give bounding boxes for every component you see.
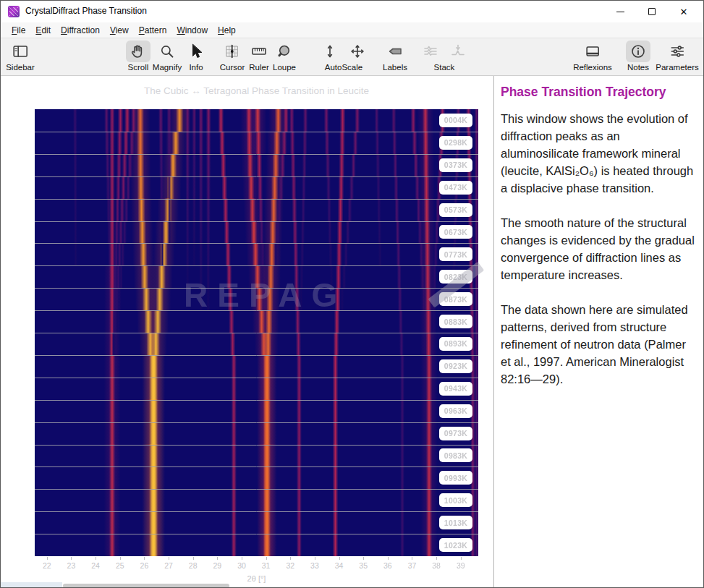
toolbar: SidebarScrollMagnifyInfoCursorRulerLoupe… bbox=[1, 38, 703, 76]
app-icon bbox=[8, 6, 20, 17]
hand-icon bbox=[126, 41, 150, 62]
x-tick-label: 36 bbox=[383, 561, 392, 570]
temperature-label: 0943K bbox=[439, 382, 472, 396]
maximize-icon bbox=[648, 8, 656, 15]
temperature-label: 1023K bbox=[439, 538, 472, 552]
maximize-button[interactable] bbox=[637, 1, 667, 22]
x-tick bbox=[193, 557, 194, 560]
x-tick-label: 22 bbox=[43, 561, 51, 570]
x-tick-label: 30 bbox=[237, 561, 246, 570]
x-tick-label: 27 bbox=[164, 561, 173, 570]
temperature-label: 0298K bbox=[439, 136, 472, 150]
temperature-label: 0993K bbox=[439, 471, 472, 485]
x-tick-label: 26 bbox=[140, 561, 149, 570]
loupe-icon bbox=[272, 41, 297, 62]
toolbar-label: AutoScale bbox=[318, 63, 370, 72]
sliders-icon bbox=[665, 41, 690, 62]
temperature-label: 0893K bbox=[439, 337, 472, 351]
toolbar-label: Info bbox=[184, 63, 208, 72]
toolbar-button-sidebar[interactable]: Sidebar bbox=[6, 41, 35, 72]
menu-window[interactable]: Window bbox=[171, 23, 213, 38]
x-tick bbox=[266, 557, 267, 560]
toolbar-label: Labels bbox=[383, 63, 407, 72]
temperature-label: 0773K bbox=[439, 247, 472, 261]
minimize-icon bbox=[616, 12, 624, 12]
toolbar-button-notes[interactable]: Notes bbox=[626, 41, 650, 72]
x-tick bbox=[169, 557, 169, 560]
toolbar-label: Ruler bbox=[247, 63, 271, 72]
x-tick-label: 39 bbox=[457, 561, 465, 570]
toolbar-label: Notes bbox=[626, 63, 650, 72]
toolbar-label: Stack bbox=[418, 63, 470, 72]
temperature-label: 0373K bbox=[439, 158, 472, 172]
x-tick-label: 24 bbox=[91, 561, 100, 570]
x-tick-label: 35 bbox=[359, 561, 368, 570]
window-title: CrystalDiffract Phase Transition bbox=[25, 6, 147, 16]
temperature-label: 0963K bbox=[439, 404, 472, 418]
x-tick bbox=[315, 557, 315, 560]
x-tick bbox=[412, 557, 412, 560]
scroll-corner bbox=[1, 582, 62, 588]
temperature-label: 1013K bbox=[439, 516, 472, 529]
toolbar-button-stack[interactable]: Stack bbox=[418, 41, 470, 72]
toolbar-button-scroll[interactable]: Scroll bbox=[126, 41, 150, 72]
x-tick-label: 23 bbox=[67, 561, 76, 570]
notes-panel: Phase Transition Trajectory This window … bbox=[493, 76, 704, 588]
x-tick bbox=[144, 557, 145, 560]
plot-panel: The Cubic ↔ Tetragonal Phase Transition … bbox=[1, 76, 493, 588]
temperature-label: 0883K bbox=[439, 315, 472, 328]
x-tick bbox=[242, 557, 242, 560]
app-window: CrystalDiffract Phase Transition ✕ FileE… bbox=[0, 0, 704, 588]
x-tick-label: 31 bbox=[262, 561, 271, 570]
tag-icon bbox=[383, 41, 407, 62]
x-tick bbox=[363, 557, 364, 560]
notes-paragraph: The smooth nature of the structural chan… bbox=[501, 214, 696, 284]
toolbar-button-info[interactable]: Info bbox=[184, 41, 208, 72]
x-tick-label: 25 bbox=[116, 561, 124, 570]
toolbar-label: Cursor bbox=[220, 63, 245, 72]
menu-diffraction[interactable]: Diffraction bbox=[56, 23, 105, 38]
close-button[interactable]: ✕ bbox=[669, 1, 699, 22]
toolbar-button-loupe[interactable]: Loupe bbox=[272, 41, 297, 72]
x-axis-label: 2θ [°] bbox=[35, 574, 478, 583]
toolbar-button-autoscale[interactable]: AutoScale bbox=[318, 41, 370, 72]
crosshair-grid-icon bbox=[220, 41, 245, 62]
x-tick bbox=[461, 557, 462, 560]
horizontal-scrollbar[interactable] bbox=[63, 584, 229, 588]
toolbar-label: Scroll bbox=[126, 63, 150, 72]
menu-help[interactable]: Help bbox=[213, 23, 241, 38]
temperature-label: 0823K bbox=[439, 270, 472, 284]
x-tick-label: 37 bbox=[408, 561, 417, 570]
x-tick bbox=[339, 557, 340, 560]
toolbar-label: Loupe bbox=[272, 63, 297, 72]
heatmap-canvas[interactable] bbox=[35, 109, 478, 556]
temperature-label: 0923K bbox=[439, 359, 472, 373]
temperature-label: 0004K bbox=[439, 114, 472, 127]
cursor-arrow-icon bbox=[184, 41, 208, 62]
x-tick bbox=[290, 557, 291, 560]
heatmap[interactable]: 0004K0298K0373K0473K0573K0673K0773K0823K… bbox=[35, 109, 478, 556]
toolbar-button-reflexions[interactable]: Reflexions bbox=[573, 41, 612, 72]
x-tick-label: 34 bbox=[335, 561, 344, 570]
x-tick bbox=[217, 557, 218, 560]
menu-file[interactable]: File bbox=[7, 23, 30, 38]
close-icon: ✕ bbox=[680, 7, 688, 17]
toolbar-button-parameters[interactable]: Parameters bbox=[656, 41, 698, 72]
menu-view[interactable]: View bbox=[105, 23, 134, 38]
menu-edit[interactable]: Edit bbox=[30, 23, 56, 38]
minimize-button[interactable] bbox=[605, 1, 635, 22]
toolbar-button-labels[interactable]: Labels bbox=[383, 41, 407, 72]
title-bar: CrystalDiffract Phase Transition ✕ bbox=[1, 1, 703, 22]
toolbar-button-ruler[interactable]: Ruler bbox=[247, 41, 271, 72]
notes-heading: Phase Transition Trajectory bbox=[501, 85, 696, 100]
move-arrows-icon bbox=[345, 41, 370, 62]
temperature-label: 0573K bbox=[439, 203, 472, 217]
x-tick bbox=[47, 557, 48, 560]
toolbar-button-magnify[interactable]: Magnify bbox=[153, 41, 182, 72]
x-tick-label: 28 bbox=[189, 561, 198, 570]
vertical-arrows-icon bbox=[318, 41, 342, 62]
x-tick bbox=[388, 557, 389, 560]
menu-pattern[interactable]: Pattern bbox=[134, 23, 172, 38]
toolbar-label: Sidebar bbox=[6, 63, 35, 72]
toolbar-button-cursor[interactable]: Cursor bbox=[220, 41, 245, 72]
